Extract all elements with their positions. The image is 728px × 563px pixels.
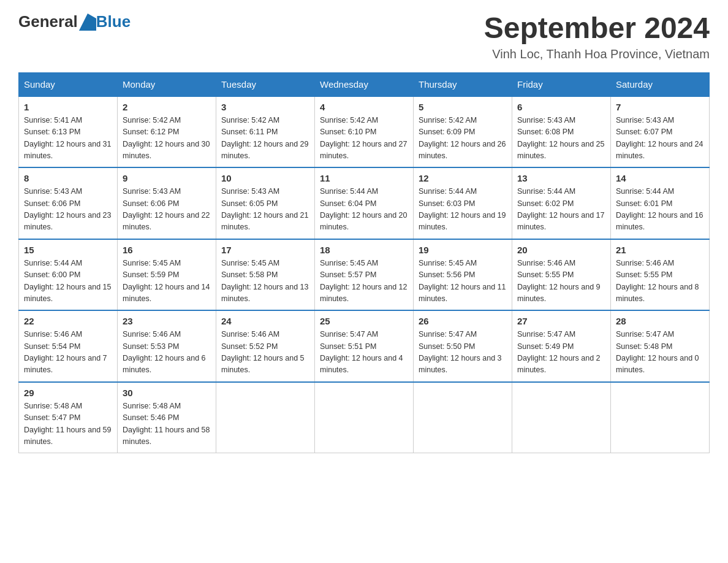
calendar-subtitle: Vinh Loc, Thanh Hoa Province, Vietnam — [484, 47, 710, 61]
calendar-cell — [414, 382, 512, 453]
day-info: Sunrise: 5:46 AMSunset: 5:55 PMDaylight:… — [517, 258, 605, 305]
day-info: Sunrise: 5:43 AMSunset: 6:07 PMDaylight:… — [616, 115, 704, 163]
column-header-monday: Monday — [118, 72, 216, 96]
day-info: Sunrise: 5:47 AMSunset: 5:50 PMDaylight:… — [419, 329, 507, 377]
column-header-thursday: Thursday — [414, 72, 512, 96]
day-info: Sunrise: 5:47 AMSunset: 5:51 PMDaylight:… — [320, 329, 408, 377]
day-info: Sunrise: 5:46 AMSunset: 5:53 PMDaylight:… — [123, 329, 211, 377]
day-number: 16 — [123, 245, 211, 255]
calendar-cell: 30Sunrise: 5:48 AMSunset: 5:46 PMDayligh… — [118, 382, 216, 453]
day-number: 1 — [24, 102, 112, 112]
day-number: 8 — [24, 173, 112, 183]
calendar-cell: 21Sunrise: 5:46 AMSunset: 5:55 PMDayligh… — [611, 239, 710, 311]
calendar-cell: 25Sunrise: 5:47 AMSunset: 5:51 PMDayligh… — [315, 310, 414, 382]
day-info: Sunrise: 5:42 AMSunset: 6:09 PMDaylight:… — [419, 115, 507, 163]
calendar-cell — [216, 382, 315, 453]
day-number: 12 — [419, 173, 507, 183]
calendar-cell: 13Sunrise: 5:44 AMSunset: 6:02 PMDayligh… — [512, 167, 611, 239]
calendar-cell: 22Sunrise: 5:46 AMSunset: 5:54 PMDayligh… — [19, 310, 118, 382]
day-info: Sunrise: 5:45 AMSunset: 5:57 PMDaylight:… — [320, 258, 408, 305]
calendar-cell: 16Sunrise: 5:45 AMSunset: 5:59 PMDayligh… — [118, 239, 216, 311]
calendar-cell: 1Sunrise: 5:41 AMSunset: 6:13 PMDaylight… — [19, 96, 118, 168]
column-header-saturday: Saturday — [611, 72, 710, 96]
title-area: September 2024 Vinh Loc, Thanh Hoa Provi… — [484, 12, 710, 61]
calendar-week-row: 15Sunrise: 5:44 AMSunset: 6:00 PMDayligh… — [19, 239, 710, 311]
day-number: 25 — [320, 316, 408, 326]
day-info: Sunrise: 5:41 AMSunset: 6:13 PMDaylight:… — [24, 115, 112, 163]
day-info: Sunrise: 5:43 AMSunset: 6:06 PMDaylight:… — [24, 186, 112, 234]
calendar-title: September 2024 — [484, 12, 710, 45]
day-info: Sunrise: 5:42 AMSunset: 6:11 PMDaylight:… — [221, 115, 309, 163]
calendar-week-row: 29Sunrise: 5:48 AMSunset: 5:47 PMDayligh… — [19, 382, 710, 453]
calendar-cell: 24Sunrise: 5:46 AMSunset: 5:52 PMDayligh… — [216, 310, 315, 382]
day-number: 9 — [123, 173, 211, 183]
day-number: 26 — [419, 316, 507, 326]
day-number: 24 — [221, 316, 309, 326]
calendar-cell: 26Sunrise: 5:47 AMSunset: 5:50 PMDayligh… — [414, 310, 512, 382]
day-info: Sunrise: 5:43 AMSunset: 6:05 PMDaylight:… — [221, 186, 309, 234]
day-number: 14 — [616, 173, 704, 183]
day-number: 5 — [419, 102, 507, 112]
calendar-cell: 11Sunrise: 5:44 AMSunset: 6:04 PMDayligh… — [315, 167, 414, 239]
day-info: Sunrise: 5:44 AMSunset: 6:03 PMDaylight:… — [419, 186, 507, 234]
day-info: Sunrise: 5:46 AMSunset: 5:52 PMDaylight:… — [221, 329, 309, 377]
day-number: 27 — [517, 316, 605, 326]
column-header-tuesday: Tuesday — [216, 72, 315, 96]
calendar-cell: 27Sunrise: 5:47 AMSunset: 5:49 PMDayligh… — [512, 310, 611, 382]
day-number: 3 — [221, 102, 309, 112]
calendar-cell: 17Sunrise: 5:45 AMSunset: 5:58 PMDayligh… — [216, 239, 315, 311]
day-number: 29 — [24, 388, 112, 398]
day-number: 10 — [221, 173, 309, 183]
calendar-week-row: 8Sunrise: 5:43 AMSunset: 6:06 PMDaylight… — [19, 167, 710, 239]
calendar-week-row: 22Sunrise: 5:46 AMSunset: 5:54 PMDayligh… — [19, 310, 710, 382]
day-info: Sunrise: 5:44 AMSunset: 6:00 PMDaylight:… — [24, 258, 112, 305]
logo: General Blue — [18, 12, 131, 31]
calendar-cell — [512, 382, 611, 453]
logo-text-blue: Blue — [96, 12, 131, 31]
day-number: 11 — [320, 173, 408, 183]
calendar-cell: 5Sunrise: 5:42 AMSunset: 6:09 PMDaylight… — [414, 96, 512, 168]
day-number: 18 — [320, 245, 408, 255]
column-header-wednesday: Wednesday — [315, 72, 414, 96]
page-header: General Blue September 2024 Vinh Loc, Th… — [18, 12, 710, 61]
calendar-cell: 10Sunrise: 5:43 AMSunset: 6:05 PMDayligh… — [216, 167, 315, 239]
calendar-cell: 9Sunrise: 5:43 AMSunset: 6:06 PMDaylight… — [118, 167, 216, 239]
day-info: Sunrise: 5:44 AMSunset: 6:01 PMDaylight:… — [616, 186, 704, 234]
day-number: 20 — [517, 245, 605, 255]
day-info: Sunrise: 5:46 AMSunset: 5:54 PMDaylight:… — [24, 329, 112, 377]
calendar-cell: 6Sunrise: 5:43 AMSunset: 6:08 PMDaylight… — [512, 96, 611, 168]
day-info: Sunrise: 5:43 AMSunset: 6:08 PMDaylight:… — [517, 115, 605, 163]
calendar-cell: 2Sunrise: 5:42 AMSunset: 6:12 PMDaylight… — [118, 96, 216, 168]
day-number: 7 — [616, 102, 704, 112]
calendar-cell: 12Sunrise: 5:44 AMSunset: 6:03 PMDayligh… — [414, 167, 512, 239]
day-number: 13 — [517, 173, 605, 183]
day-info: Sunrise: 5:48 AMSunset: 5:46 PMDaylight:… — [123, 400, 211, 448]
calendar-cell: 19Sunrise: 5:45 AMSunset: 5:56 PMDayligh… — [414, 239, 512, 311]
calendar-cell — [611, 382, 710, 453]
day-info: Sunrise: 5:45 AMSunset: 5:59 PMDaylight:… — [123, 258, 211, 305]
calendar-cell: 14Sunrise: 5:44 AMSunset: 6:01 PMDayligh… — [611, 167, 710, 239]
calendar-header-row: SundayMondayTuesdayWednesdayThursdayFrid… — [19, 72, 710, 96]
day-number: 21 — [616, 245, 704, 255]
day-info: Sunrise: 5:44 AMSunset: 6:04 PMDaylight:… — [320, 186, 408, 234]
calendar-cell: 20Sunrise: 5:46 AMSunset: 5:55 PMDayligh… — [512, 239, 611, 311]
day-number: 17 — [221, 245, 309, 255]
calendar-cell: 18Sunrise: 5:45 AMSunset: 5:57 PMDayligh… — [315, 239, 414, 311]
calendar-cell: 7Sunrise: 5:43 AMSunset: 6:07 PMDaylight… — [611, 96, 710, 168]
calendar-cell: 29Sunrise: 5:48 AMSunset: 5:47 PMDayligh… — [19, 382, 118, 453]
day-number: 23 — [123, 316, 211, 326]
column-header-sunday: Sunday — [19, 72, 118, 96]
day-number: 2 — [123, 102, 211, 112]
calendar-cell: 8Sunrise: 5:43 AMSunset: 6:06 PMDaylight… — [19, 167, 118, 239]
calendar-week-row: 1Sunrise: 5:41 AMSunset: 6:13 PMDaylight… — [19, 96, 710, 168]
day-number: 28 — [616, 316, 704, 326]
day-number: 6 — [517, 102, 605, 112]
calendar-cell: 23Sunrise: 5:46 AMSunset: 5:53 PMDayligh… — [118, 310, 216, 382]
day-number: 19 — [419, 245, 507, 255]
logo-text-general: General — [18, 12, 78, 31]
calendar-cell: 3Sunrise: 5:42 AMSunset: 6:11 PMDaylight… — [216, 96, 315, 168]
day-info: Sunrise: 5:42 AMSunset: 6:12 PMDaylight:… — [123, 115, 211, 163]
day-info: Sunrise: 5:46 AMSunset: 5:55 PMDaylight:… — [616, 258, 704, 305]
day-info: Sunrise: 5:48 AMSunset: 5:47 PMDaylight:… — [24, 400, 112, 448]
day-info: Sunrise: 5:44 AMSunset: 6:02 PMDaylight:… — [517, 186, 605, 234]
